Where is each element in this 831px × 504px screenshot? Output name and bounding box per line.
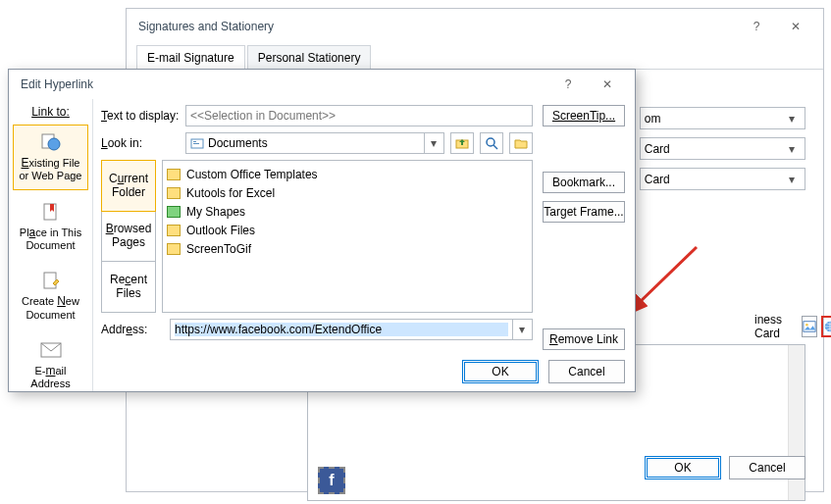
signatures-title: Signatures and Stationery bbox=[138, 20, 274, 33]
chevron-down-icon: ▾ bbox=[512, 320, 530, 339]
new-msg-select[interactable]: Card▾ bbox=[640, 137, 805, 160]
insert-image-button[interactable] bbox=[802, 316, 817, 337]
tab-browsed-pages[interactable]: Browsed Pages bbox=[102, 211, 155, 262]
edit-hyperlink-dialog: Edit Hyperlink ? ✕ Link to: Existing Fil… bbox=[8, 69, 636, 392]
svg-line-14 bbox=[493, 145, 497, 149]
svg-rect-0 bbox=[804, 322, 815, 332]
chevron-down-icon: ▾ bbox=[783, 142, 801, 156]
text-to-display-input[interactable]: <<Selection in Document>> bbox=[185, 105, 533, 126]
edit-help-button[interactable]: ? bbox=[548, 71, 588, 98]
look-in-select[interactable]: Documents ▾ bbox=[185, 132, 444, 154]
look-in-value: Documents bbox=[208, 136, 420, 150]
browse-web-icon bbox=[485, 136, 498, 150]
edit-cancel-button[interactable]: Cancel bbox=[548, 360, 625, 383]
sig-ok-button[interactable]: OK bbox=[645, 456, 721, 479]
tab-current-folder[interactable]: Current Folder bbox=[101, 160, 156, 212]
address-value: https://www.facebook.com/ExtendOffice bbox=[175, 323, 508, 336]
chevron-down-icon: ▾ bbox=[783, 173, 801, 186]
link-to-panel: Link to: Existing File or Web Page Place… bbox=[9, 99, 93, 391]
list-item[interactable]: Custom Office Templates bbox=[167, 165, 528, 183]
facebook-image[interactable]: f bbox=[318, 467, 345, 494]
linkto-place-in-doc[interactable]: Place in This Document bbox=[13, 194, 88, 260]
editor-toolbar: iness Card bbox=[754, 313, 831, 340]
close-button[interactable]: ✕ bbox=[776, 13, 815, 40]
reply-select-value: Card bbox=[645, 173, 670, 186]
edit-close-button[interactable]: ✕ bbox=[588, 71, 627, 98]
envelope-icon bbox=[39, 339, 63, 361]
bookmark-button[interactable]: Bookmark... bbox=[543, 172, 625, 193]
edit-title: Edit Hyperlink bbox=[21, 77, 93, 91]
svg-rect-11 bbox=[193, 143, 199, 144]
signatures-buttons: OK Cancel bbox=[645, 456, 805, 479]
file-list[interactable]: Custom Office Templates Kutools for Exce… bbox=[162, 160, 533, 313]
screentip-button[interactable]: ScreenTip... bbox=[543, 105, 625, 126]
text-to-display-label: Text to display: bbox=[101, 109, 180, 123]
linkto-existing-file[interactable]: Existing File or Web Page bbox=[13, 125, 88, 190]
folder-icon bbox=[167, 243, 181, 255]
account-select[interactable]: om▾ bbox=[640, 107, 805, 129]
tab-email-signature[interactable]: E-mail Signature bbox=[136, 45, 245, 70]
target-frame-button[interactable]: Target Frame... bbox=[543, 201, 625, 223]
edit-right-panel: ScreenTip... Bookmark... Target Frame...… bbox=[93, 99, 635, 391]
folder-up-icon bbox=[455, 136, 469, 150]
browse-web-button[interactable] bbox=[480, 132, 503, 154]
svg-point-5 bbox=[48, 138, 60, 150]
signatures-titlebar: Signatures and Stationery ? ✕ bbox=[127, 9, 823, 44]
list-item[interactable]: Kutools for Excel bbox=[167, 183, 528, 202]
list-item[interactable]: Outlook Files bbox=[167, 221, 528, 239]
sig-cancel-button[interactable]: Cancel bbox=[729, 456, 805, 479]
help-button[interactable]: ? bbox=[737, 13, 776, 40]
bookmark-doc-icon bbox=[39, 201, 63, 223]
reply-select[interactable]: Card▾ bbox=[640, 168, 805, 190]
folder-icon bbox=[167, 206, 181, 218]
right-button-column: ScreenTip... Bookmark... Target Frame... bbox=[543, 105, 625, 223]
list-item[interactable]: ScreenToGif bbox=[167, 239, 528, 258]
folder-icon bbox=[167, 169, 181, 180]
remove-link-button[interactable]: Remove Link bbox=[543, 328, 625, 350]
account-select-value: om bbox=[645, 112, 661, 126]
chevron-down-icon: ▾ bbox=[424, 133, 441, 153]
insert-hyperlink-button[interactable] bbox=[821, 316, 831, 337]
business-card-label: iness Card bbox=[754, 313, 792, 340]
tab-recent-files[interactable]: Recent Files bbox=[102, 262, 155, 312]
globe-page-icon bbox=[39, 131, 63, 153]
image-icon bbox=[803, 320, 816, 333]
linkto-create-new[interactable]: Create New Document bbox=[13, 263, 88, 328]
folder-tab-strip: Current Folder Browsed Pages Recent File… bbox=[101, 160, 156, 313]
edit-ok-button[interactable]: OK bbox=[462, 360, 539, 383]
browse-file-button[interactable] bbox=[509, 132, 533, 154]
documents-folder-icon bbox=[190, 136, 204, 150]
chevron-down-icon: ▾ bbox=[783, 112, 801, 126]
tab-personal-stationery[interactable]: Personal Stationery bbox=[247, 45, 372, 70]
new-msg-select-value: Card bbox=[645, 142, 670, 156]
new-doc-icon bbox=[39, 270, 63, 291]
edit-button-bar: OK Cancel bbox=[462, 360, 625, 383]
folder-icon bbox=[167, 187, 181, 199]
folder-open-icon bbox=[514, 136, 528, 150]
globe-link-icon bbox=[823, 320, 831, 333]
linkto-email-address[interactable]: E-mail Address bbox=[13, 332, 88, 398]
link-to-label: Link to: bbox=[13, 105, 88, 119]
folder-icon bbox=[167, 225, 181, 236]
look-in-label: Look in: bbox=[101, 136, 180, 150]
address-input[interactable]: https://www.facebook.com/ExtendOffice ▾ bbox=[170, 319, 533, 340]
svg-point-13 bbox=[487, 138, 494, 146]
svg-rect-7 bbox=[44, 273, 56, 288]
up-folder-button[interactable] bbox=[450, 132, 474, 154]
address-label: Address: bbox=[101, 323, 164, 336]
list-item[interactable]: My Shapes bbox=[167, 202, 528, 221]
signatures-tabs: E-mail Signature Personal Stationery bbox=[127, 44, 823, 70]
edit-titlebar: Edit Hyperlink ? ✕ bbox=[9, 70, 635, 99]
svg-point-1 bbox=[805, 324, 808, 327]
svg-rect-10 bbox=[193, 141, 196, 142]
